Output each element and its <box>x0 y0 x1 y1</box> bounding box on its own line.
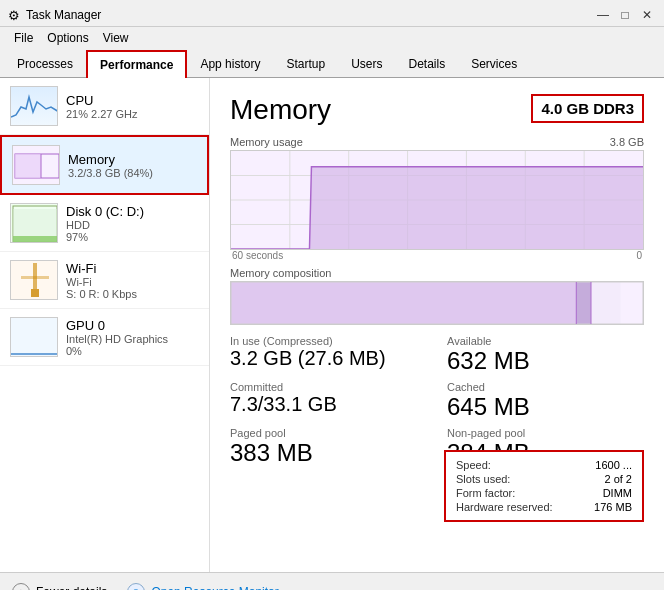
memory-info: Memory 3.2/3.8 GB (84%) <box>68 152 197 179</box>
svg-rect-6 <box>13 236 57 242</box>
open-resource-monitor-label: Open Resource Monitor <box>151 585 278 591</box>
svg-rect-22 <box>591 282 620 324</box>
chart-label-row: Memory usage 3.8 GB <box>230 136 644 148</box>
cpu-info: CPU 21% 2.27 GHz <box>66 93 199 120</box>
memory-name: Memory <box>68 152 197 167</box>
gpu-detail2: 0% <box>66 345 199 357</box>
detail-panel: Memory 4.0 GB DDR3 Memory usage 3.8 GB <box>210 78 664 572</box>
fewer-details-icon: ▲ <box>12 583 30 591</box>
wifi-detail1: Wi-Fi <box>66 276 199 288</box>
memory-composition-section: Memory composition <box>230 267 644 325</box>
svg-rect-7 <box>31 289 39 297</box>
main-content: CPU 21% 2.27 GHz Memory 3.2/3.8 GB (84%) <box>0 78 664 572</box>
disk-info: Disk 0 (C: D:) HDD 97% <box>66 204 199 243</box>
sidebar: CPU 21% 2.27 GHz Memory 3.2/3.8 GB (84%) <box>0 78 210 572</box>
memory-info-box: Speed: 1600 ... Slots used: 2 of 2 Form … <box>444 450 644 522</box>
bottom-bar: ▲ Fewer details ◎ Open Resource Monitor <box>0 572 664 590</box>
menu-bar: File Options View <box>0 27 664 49</box>
stat-available-label: Available <box>447 335 644 347</box>
time-left: 60 seconds <box>232 250 283 261</box>
stat-cached-label: Cached <box>447 381 644 393</box>
sidebar-item-disk[interactable]: Disk 0 (C: D:) HDD 97% <box>0 195 209 252</box>
stat-available-value: 632 MB <box>447 347 644 375</box>
detail-title: Memory <box>230 94 331 126</box>
cpu-name: CPU <box>66 93 199 108</box>
sidebar-item-wifi[interactable]: Wi-Fi Wi-Fi S: 0 R: 0 Kbps <box>0 252 209 309</box>
chart-time-row: 60 seconds 0 <box>230 250 644 261</box>
tab-processes[interactable]: Processes <box>4 50 86 78</box>
cpu-detail: 21% 2.27 GHz <box>66 108 199 120</box>
fewer-details-button[interactable]: ▲ Fewer details <box>12 583 107 591</box>
stat-available: Available 632 MB <box>447 335 644 375</box>
menu-file[interactable]: File <box>8 29 39 47</box>
fewer-details-label: Fewer details <box>36 585 107 591</box>
gpu-detail1: Intel(R) HD Graphics <box>66 333 199 345</box>
open-resource-monitor-button[interactable]: ◎ Open Resource Monitor <box>127 583 278 591</box>
svg-marker-19 <box>231 167 643 249</box>
menu-view[interactable]: View <box>97 29 135 47</box>
tab-users[interactable]: Users <box>338 50 395 78</box>
sidebar-item-cpu[interactable]: CPU 21% 2.27 GHz <box>0 78 209 135</box>
stat-committed: Committed 7.3/33.1 GB <box>230 381 427 421</box>
wifi-icon <box>10 260 58 300</box>
form-value: DIMM <box>603 487 632 499</box>
svg-rect-21 <box>576 282 591 324</box>
stat-paged-value: 383 MB <box>230 439 427 467</box>
tab-performance[interactable]: Performance <box>86 50 187 78</box>
tab-services[interactable]: Services <box>458 50 530 78</box>
disk-name: Disk 0 (C: D:) <box>66 204 199 219</box>
info-row-reserved: Hardware reserved: 176 MB <box>456 500 632 514</box>
tab-details[interactable]: Details <box>395 50 458 78</box>
title-bar: ⚙ Task Manager — □ ✕ <box>0 0 664 27</box>
stat-paged: Paged pool 383 MB <box>230 427 427 467</box>
cpu-icon <box>10 86 58 126</box>
stats-grid: In use (Compressed) 3.2 GB (27.6 MB) Ava… <box>230 335 644 467</box>
memory-type-badge: 4.0 GB DDR3 <box>531 94 644 123</box>
slots-value: 2 of 2 <box>604 473 632 485</box>
close-button[interactable]: ✕ <box>638 6 656 24</box>
stat-cached-value: 645 MB <box>447 393 644 421</box>
detail-header: Memory 4.0 GB DDR3 <box>230 94 644 126</box>
stat-in-use-label: In use (Compressed) <box>230 335 427 347</box>
info-row-speed: Speed: 1600 ... <box>456 458 632 472</box>
stat-committed-label: Committed <box>230 381 427 393</box>
info-row-slots: Slots used: 2 of 2 <box>456 472 632 486</box>
svg-rect-20 <box>231 282 576 324</box>
comp-label: Memory composition <box>230 267 331 279</box>
minimize-button[interactable]: — <box>594 6 612 24</box>
menu-options[interactable]: Options <box>41 29 94 47</box>
memory-icon <box>12 145 60 185</box>
sidebar-item-memory[interactable]: Memory 3.2/3.8 GB (84%) <box>0 135 209 195</box>
disk-detail2: 97% <box>66 231 199 243</box>
tab-app-history[interactable]: App history <box>187 50 273 78</box>
memory-detail: 3.2/3.8 GB (84%) <box>68 167 197 179</box>
svg-rect-1 <box>15 154 41 178</box>
wifi-info: Wi-Fi Wi-Fi S: 0 R: 0 Kbps <box>66 261 199 300</box>
sidebar-item-gpu[interactable]: GPU 0 Intel(R) HD Graphics 0% <box>0 309 209 366</box>
stat-committed-value: 7.3/33.1 GB <box>230 393 427 416</box>
svg-rect-9 <box>21 276 49 279</box>
memory-composition-chart <box>230 281 644 325</box>
speed-label: Speed: <box>456 459 491 471</box>
maximize-button[interactable]: □ <box>616 6 634 24</box>
slots-label: Slots used: <box>456 473 510 485</box>
speed-value: 1600 ... <box>595 459 632 471</box>
chart-label-right: 3.8 GB <box>610 136 644 148</box>
gpu-name: GPU 0 <box>66 318 199 333</box>
disk-detail1: HDD <box>66 219 199 231</box>
chart-label-left: Memory usage <box>230 136 303 148</box>
title-bar-controls: — □ ✕ <box>594 6 656 24</box>
gpu-icon <box>10 317 58 357</box>
resource-monitor-icon: ◎ <box>127 583 145 591</box>
tab-startup[interactable]: Startup <box>273 50 338 78</box>
stat-in-use: In use (Compressed) 3.2 GB (27.6 MB) <box>230 335 427 375</box>
time-right: 0 <box>636 250 642 261</box>
comp-label-row: Memory composition <box>230 267 644 279</box>
reserved-label: Hardware reserved: <box>456 501 553 513</box>
form-label: Form factor: <box>456 487 515 499</box>
window-title: Task Manager <box>26 8 101 22</box>
memory-usage-section: Memory usage 3.8 GB <box>230 136 644 261</box>
wifi-detail2: S: 0 R: 0 Kbps <box>66 288 199 300</box>
app-icon: ⚙ <box>8 8 20 23</box>
tab-bar: Processes Performance App history Startu… <box>0 49 664 78</box>
